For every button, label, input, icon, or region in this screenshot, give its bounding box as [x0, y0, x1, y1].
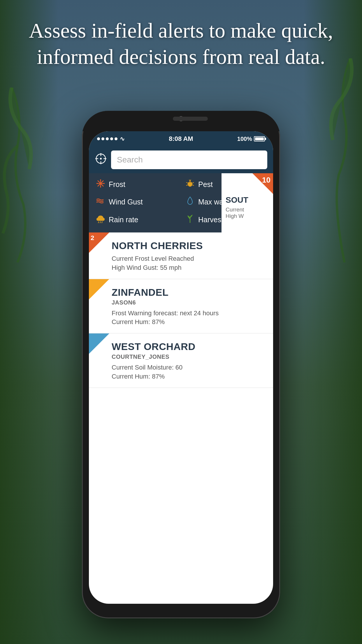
hero-section: Assess in-field alerts to make quick, in… [0, 18, 362, 70]
card-content-3: WEST ORCHARD COURTNEY_JONES Current Soil… [97, 340, 195, 381]
wind-gust-icon [96, 197, 105, 207]
rain-rate-icon [96, 214, 105, 225]
signal-strength [97, 137, 117, 140]
card-content-1: NORTH CHERRIES Current Frost Level Reach… [97, 239, 203, 272]
preview-content: SOUT Current High W [222, 191, 273, 219]
filter-rain-rate[interactable]: Rain rate [96, 214, 177, 225]
card-subtitle-3: COURTNEY_JONES [112, 354, 195, 360]
signal-dot-1 [97, 137, 100, 140]
alert-card-west-orchard[interactable]: WEST ORCHARD COURTNEY_JONES Current Soil… [89, 333, 273, 388]
preview-badge-number: 10 [262, 176, 270, 185]
filter-rain-rate-label: Rain rate [109, 216, 138, 224]
alerts-list: 2 NORTH CHERRIES Current Frost Level Rea… [89, 232, 273, 388]
phone-frame: ∿ 8:08 AM 100% [82, 111, 280, 618]
svg-line-22 [186, 185, 188, 186]
filter-pest-label: Pest [198, 180, 213, 189]
battery-fill [255, 137, 264, 140]
pest-icon [185, 179, 195, 190]
alert-card-zinfandel[interactable]: ZINFANDEL JASON6 Frost Warning forecast:… [89, 279, 273, 334]
card-desc-1: Current Frost Level ReachedHigh Wind Gus… [112, 254, 203, 272]
signal-dot-5 [115, 137, 117, 140]
status-bar: ∿ 8:08 AM 100% [89, 131, 273, 146]
filter-wind-gust[interactable]: Wind Gust [96, 196, 177, 208]
svg-point-18 [190, 181, 191, 182]
filter-wind-gust-label: Wind Gust [109, 198, 143, 206]
svg-point-13 [96, 183, 98, 184]
frost-icon [96, 179, 105, 190]
card-title-1: NORTH CHERRIES [112, 240, 203, 251]
svg-point-14 [103, 183, 105, 184]
speaker [173, 117, 208, 121]
max-water-icon [185, 196, 195, 208]
search-placeholder: Search [117, 155, 143, 164]
battery-icon [254, 136, 265, 141]
svg-line-23 [192, 182, 194, 183]
filter-frost-label: Frost [109, 180, 125, 189]
status-left: ∿ [97, 135, 125, 142]
harvest-icon [185, 214, 195, 225]
card-content-2: ZINFANDEL JASON6 Frost Warning forecast:… [97, 286, 219, 327]
wifi-icon: ∿ [120, 135, 125, 142]
hero-title: Assess in-field alerts to make quick, in… [23, 18, 339, 70]
card-desc-3: Current Soil Moisture: 60Current Hum: 87… [112, 363, 195, 381]
search-area: Search [89, 146, 273, 173]
target-icon [95, 153, 107, 167]
svg-line-27 [102, 221, 102, 223]
status-right: 100% [237, 136, 265, 142]
card-title-2: ZINFANDEL [112, 287, 219, 298]
card-title-3: WEST ORCHARD [112, 341, 195, 352]
filter-harvest-label: Harvest [198, 216, 223, 224]
card-subtitle-2: JASON6 [112, 299, 219, 306]
preview-title: SOUT [226, 195, 269, 205]
svg-line-24 [192, 185, 194, 186]
signal-dot-2 [101, 137, 104, 140]
svg-line-26 [100, 221, 101, 223]
svg-point-12 [100, 186, 101, 188]
phone-screen: ∿ 8:08 AM 100% [89, 131, 273, 604]
svg-point-10 [99, 182, 102, 185]
svg-point-11 [100, 179, 101, 181]
search-input[interactable]: Search [111, 150, 267, 169]
filter-and-preview: Frost [89, 173, 273, 232]
alert-card-north-cherries[interactable]: 2 NORTH CHERRIES Current Frost Level Rea… [89, 232, 273, 279]
corn-leaf-left [0, 88, 82, 262]
badge-number-1: 2 [91, 234, 94, 242]
svg-line-20 [190, 180, 191, 181]
preview-desc-2: High W [226, 213, 269, 219]
svg-line-25 [98, 221, 99, 223]
filter-frost[interactable]: Frost [96, 179, 177, 190]
status-time: 8:08 AM [169, 135, 193, 143]
svg-point-1 [100, 158, 102, 160]
phone-notch [82, 111, 280, 131]
svg-point-17 [189, 181, 190, 182]
battery-percent: 100% [237, 136, 252, 142]
corn-leaf-right [280, 58, 362, 262]
signal-dot-3 [106, 137, 109, 140]
signal-dot-4 [110, 137, 113, 140]
card-desc-2: Frost Warning forecast: next 24 hoursCur… [112, 309, 219, 327]
preview-desc-1: Current [226, 206, 269, 213]
svg-line-21 [186, 182, 188, 183]
alert-preview-card: 10 SOUT Current High W [222, 173, 273, 232]
